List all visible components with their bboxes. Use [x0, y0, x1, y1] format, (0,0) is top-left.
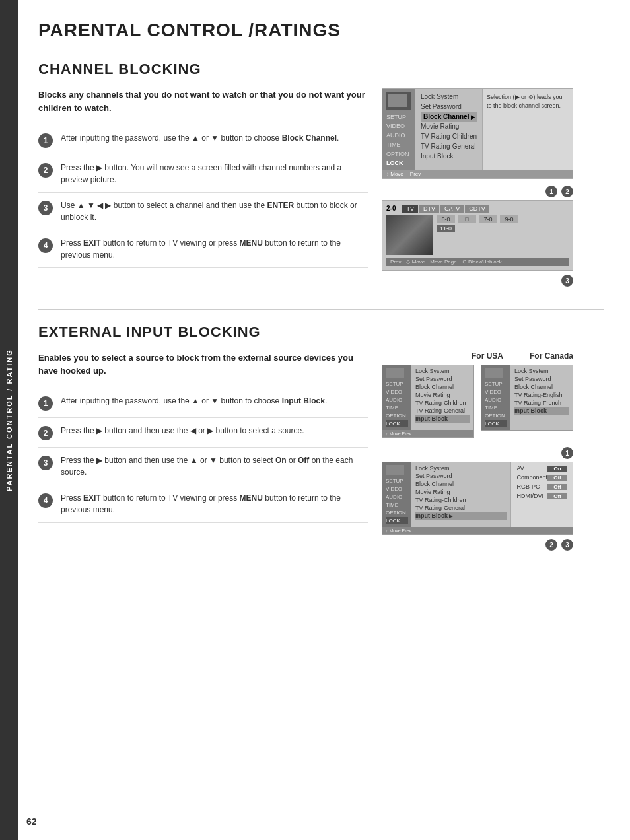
sources-sidebar: SETUP VIDEO AUDIO TIME OPTION LOCK [382, 462, 411, 527]
ext-step-number-3: 3 [38, 456, 53, 470]
external-input-blocking-section: EXTERNAL INPUT BLOCKING Enables you to s… [38, 324, 604, 553]
sidebar-time: TIME [386, 141, 411, 149]
source-component: Component Off [516, 474, 567, 481]
canada-menu-screenshot: SETUP VIDEO AUDIO TIME OPTION LOCK Lock … [481, 365, 573, 431]
ext-step-number-4: 4 [38, 493, 53, 508]
ext-step-1: 1 After inputting the password, use the … [38, 388, 368, 418]
channel-blocking-section: CHANNEL BLOCKING Blocks any channels tha… [38, 61, 604, 289]
usa-menu-screenshot: SETUP VIDEO AUDIO TIME OPTION LOCK Lock … [382, 365, 474, 438]
ext-annotation-23: 2 3 [382, 539, 573, 551]
usa-sidebar: SETUP VIDEO AUDIO TIME OPTION LOCK [382, 365, 411, 430]
step-3: 3 Use ▲ ▼ ◀ ▶ button to select a channel… [38, 193, 368, 230]
ext-step-text-2: Press the ▶ button and then use the ◀ or… [61, 425, 304, 437]
annotation-circle-1: 1 [545, 186, 557, 197]
source-hdmi: HDMI/DVI Off [516, 493, 567, 499]
menu-item-input-block: Input Block [421, 151, 477, 161]
step-text-2: Press the ▶ button. You will now see a s… [61, 162, 368, 186]
channel-grid-footer: Prev ◇ Move Move Page ⊙ Block/Unblock [386, 258, 569, 266]
dual-menus: SETUP VIDEO AUDIO TIME OPTION LOCK Lock … [382, 365, 573, 442]
canada-main-items: Lock System Set Password Block Channel T… [510, 365, 573, 430]
sidebar-audio: AUDIO [386, 131, 411, 139]
ext-annotation-circle-1: 1 [561, 447, 573, 459]
step-text-1: After inputting the password, use the ▲ … [61, 132, 339, 144]
ext-annotation-circle-2: 2 [545, 539, 557, 551]
menu-item-set-password: Set Password [421, 102, 477, 112]
step-number-1: 1 [38, 133, 53, 148]
channel-tabs: TV DTV CATV CDTV [402, 205, 489, 213]
sidebar-lock: LOCK [386, 159, 411, 167]
channel-preview [386, 215, 433, 255]
for-labels: For USA For Canada [382, 351, 573, 361]
step-2: 2 Press the ▶ button. You will now see a… [38, 155, 368, 193]
annotation-12: 1 2 [382, 186, 573, 197]
sidebar-option: OPTION [386, 150, 411, 158]
channel-row-1: 6-0 □ 7-0 9-0 [437, 215, 569, 223]
menu-footer: ↕ Move Prev [382, 170, 573, 178]
sidebar-setup: SETUP [386, 113, 411, 121]
channel-blocking-intro: Blocks any channels that you do not want… [38, 88, 368, 114]
for-usa-label: For USA [472, 351, 503, 361]
external-input-right: For USA For Canada SETUP [382, 351, 573, 553]
external-input-steps: 1 After inputting the password, use the … [38, 388, 368, 523]
sources-main-items: Lock System Set Password Block Channel M… [411, 462, 510, 527]
source-av: AV On [516, 465, 567, 472]
step-1: 1 After inputting the password, use the … [38, 125, 368, 155]
ext-annotation-1: 1 [382, 447, 573, 459]
channel-grid-body: 6-0 □ 7-0 9-0 11-0 [386, 215, 569, 255]
step-text-4: Press EXIT button to return to TV viewin… [61, 237, 368, 261]
menu-description: Selection (▶ or ⊙) leads you to the bloc… [482, 89, 573, 170]
menu-item-tv-children: TV Rating-Children [421, 131, 477, 141]
channel-blocking-right: SETUP VIDEO AUDIO TIME OPTION LOCK Lock … [382, 88, 573, 289]
channel-blocking-left: Blocks any channels that you do not want… [38, 88, 368, 289]
channel-row-2: 11-0 [437, 225, 569, 232]
annotation-circle-2: 2 [561, 186, 573, 197]
menu-screenshot-1: SETUP VIDEO AUDIO TIME OPTION LOCK Lock … [382, 88, 573, 179]
step-4: 4 Press EXIT button to return to TV view… [38, 230, 368, 268]
menu-item-lock-system: Lock System [421, 92, 477, 102]
menu-item-block-channel: Block Channel [421, 112, 477, 122]
channel-numbers: 6-0 □ 7-0 9-0 11-0 [437, 215, 569, 255]
ext-step-number-2: 2 [38, 426, 53, 440]
canada-menu: SETUP VIDEO AUDIO TIME OPTION LOCK Lock … [481, 365, 573, 442]
external-input-title: EXTERNAL INPUT BLOCKING [38, 324, 604, 341]
channel-blocking-title: CHANNEL BLOCKING [38, 61, 604, 78]
ext-step-3: 3 Press the ▶ button and then use the ▲ … [38, 448, 368, 485]
input-block-sources-menu: SETUP VIDEO AUDIO TIME OPTION LOCK Lock … [382, 462, 573, 535]
ext-step-4: 4 Press EXIT button to return to TV view… [38, 485, 368, 523]
menu-item-tv-general: TV Rating-General [421, 141, 477, 151]
side-tab-label: PARENTAL CONTROL / RATING [0, 0, 18, 840]
page-title: PARENTAL CONTROL /RATINGS [38, 20, 604, 41]
ext-step-2: 2 Press the ▶ button and then use the ◀ … [38, 418, 368, 448]
step-number-4: 4 [38, 238, 53, 253]
usa-main-items: Lock System Set Password Block Channel M… [411, 365, 473, 430]
external-input-left: Enables you to select a source to block … [38, 351, 368, 553]
usa-footer: ↕ Move Prev [382, 430, 473, 437]
ext-step-text-4: Press EXIT button to return to TV viewin… [61, 492, 368, 516]
sidebar-video: VIDEO [386, 122, 411, 130]
channel-grid-header: 2-0 TV DTV CATV CDTV [386, 205, 569, 213]
step-number-3: 3 [38, 201, 53, 215]
section-divider [38, 309, 604, 310]
canada-sidebar: SETUP VIDEO AUDIO TIME OPTION LOCK [481, 365, 510, 430]
channel-grid-screenshot: 2-0 TV DTV CATV CDTV [382, 200, 573, 271]
menu-main-items: Lock System Set Password Block Channel M… [415, 89, 482, 170]
usa-menu: SETUP VIDEO AUDIO TIME OPTION LOCK Lock … [382, 365, 474, 442]
for-canada-label: For Canada [530, 351, 573, 361]
menu-item-movie-rating: Movie Rating [421, 122, 477, 131]
step-text-3: Use ▲ ▼ ◀ ▶ button to select a channel a… [61, 199, 368, 223]
ext-step-text-1: After inputting the password, use the ▲ … [61, 395, 327, 407]
ext-step-number-1: 1 [38, 396, 53, 411]
ext-annotation-circle-3: 3 [561, 539, 573, 551]
page-number: 62 [26, 816, 37, 827]
source-rgbpc: RGB-PC Off [516, 483, 567, 490]
menu-sidebar: SETUP VIDEO AUDIO TIME OPTION LOCK [382, 89, 415, 170]
channel-blocking-steps: 1 After inputting the password, use the … [38, 125, 368, 268]
input-sources-panel: AV On Component Off RGB-PC Off [510, 462, 573, 527]
annotation-3-wrapper: 3 [382, 275, 573, 287]
annotation-circle-3: 3 [561, 275, 573, 287]
step-number-2: 2 [38, 163, 53, 178]
external-input-intro: Enables you to select a source to block … [38, 351, 368, 377]
sources-footer: ↕ Move Prev [382, 527, 573, 534]
ext-step-text-3: Press the ▶ button and then use the ▲ or… [61, 454, 368, 478]
